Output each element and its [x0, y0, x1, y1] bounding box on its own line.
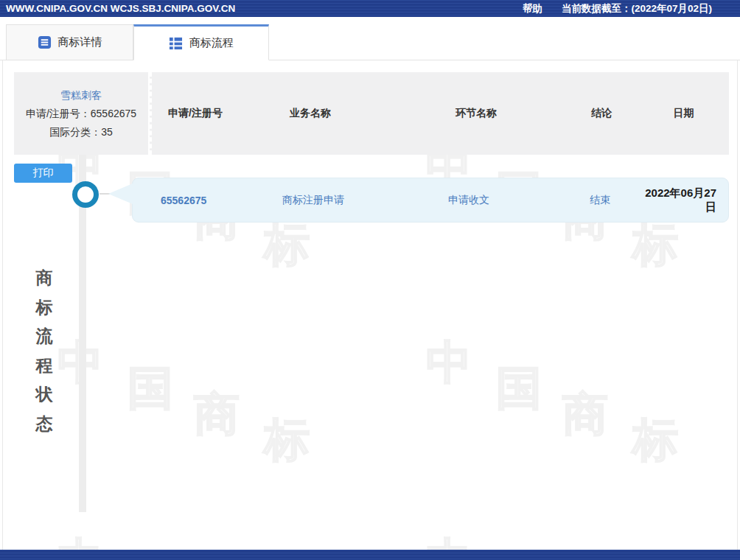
- column-header: 结论: [565, 107, 638, 120]
- row-cell: 结束: [563, 194, 637, 207]
- tab-bar: 商标详情 商标流程: [0, 17, 740, 60]
- watermark-glyph: 商: [194, 383, 240, 445]
- row-cell: 申请收文: [445, 194, 563, 207]
- trademark-info-card: 雪糕刺客 申请/注册号：65562675 国际分类：35: [14, 72, 148, 155]
- trademark-reg-no: 申请/注册号：65562675: [26, 105, 136, 123]
- print-button[interactable]: 打印: [14, 164, 72, 183]
- watermark-glyph: 标: [632, 214, 678, 276]
- top-bar: WWW.CNIPA.GOV.CN WCJS.SBJ.CNIPA.GOV.CN 帮…: [0, 0, 740, 17]
- footer-bar: [0, 550, 740, 560]
- watermark-glyph: 标: [632, 409, 678, 471]
- watermark-glyph: 标: [264, 214, 310, 276]
- column-header: 申请/注册号: [159, 107, 281, 120]
- trademark-name: 雪糕刺客: [60, 86, 102, 105]
- column-header: 业务名称: [281, 107, 447, 120]
- table-header-row: 申请/注册号业务名称环节名称结论日期: [150, 72, 729, 155]
- tab-trademark-process[interactable]: 商标流程: [133, 24, 269, 60]
- data-cutoff-text: 当前数据截至：(2022年07月02日): [562, 2, 712, 15]
- timeline-track: [79, 155, 86, 512]
- watermark-glyph: 商: [562, 383, 608, 445]
- timeline-node-circle: [72, 181, 99, 208]
- tab-label: 商标流程: [189, 36, 234, 50]
- row-cell: 商标注册申请: [279, 194, 445, 207]
- column-header: 环节名称: [447, 107, 565, 120]
- main-panel: 中国商标中国商标中国商标中国商标中国商标中国商标 雪糕刺客 申请/注册号：655…: [2, 60, 738, 560]
- watermark-glyph: 国: [128, 357, 173, 419]
- row-bubble-pointer: [108, 183, 133, 204]
- watermark-glyph: 国: [496, 357, 542, 419]
- watermark-glyph: 中: [426, 332, 472, 393]
- list-grid-icon: [169, 36, 183, 50]
- tab-label: 商标详情: [58, 35, 102, 49]
- trademark-intl-class: 国际分类：35: [49, 123, 113, 141]
- table-row[interactable]: 65562675商标注册申请申请收文结束2022年06月27日: [132, 178, 729, 223]
- watermark-glyph: 标: [264, 409, 310, 471]
- document-lines-icon: [38, 35, 52, 49]
- row-cell: 2022年06月27日: [637, 186, 728, 214]
- site-domains: WWW.CNIPA.GOV.CN WCJS.SBJ.CNIPA.GOV.CN: [6, 3, 235, 14]
- help-link[interactable]: 帮助: [523, 2, 542, 15]
- column-header: 日期: [638, 107, 729, 120]
- tab-trademark-details[interactable]: 商标详情: [6, 24, 133, 60]
- row-cell: 65562675: [158, 195, 279, 206]
- vertical-page-title: 商标流程状态: [32, 264, 57, 438]
